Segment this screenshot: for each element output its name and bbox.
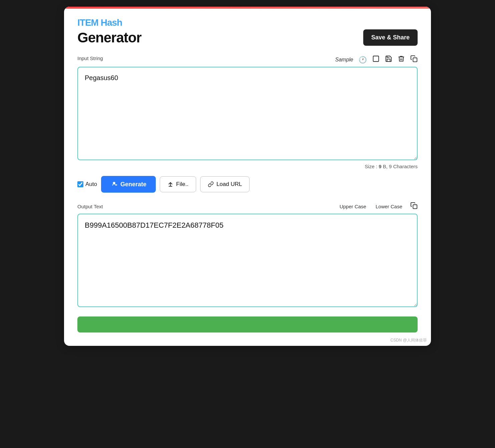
output-label: Output Text — [77, 204, 103, 209]
load-url-label: Load URL — [216, 181, 242, 188]
svg-rect-6 — [413, 205, 417, 209]
main-card: ITEM Hash Generator Save & Share Input S… — [64, 7, 431, 346]
file-label: File.. — [176, 181, 188, 188]
auto-checkbox[interactable] — [77, 181, 83, 187]
upper-case-button[interactable]: Upper Case — [338, 203, 368, 210]
controls-row: Auto Generate File.. Load URL — [77, 176, 418, 193]
generate-label: Generate — [120, 181, 146, 188]
output-textarea[interactable] — [77, 214, 418, 307]
app-name-hint: ITEM Hash — [77, 17, 418, 28]
watermark: CSDN @人间体佐菲 — [390, 338, 427, 343]
input-textarea[interactable] — [77, 67, 418, 160]
auto-label: Auto — [85, 181, 97, 188]
sample-label[interactable]: Sample — [335, 57, 353, 63]
bottom-bar — [77, 316, 418, 332]
input-label: Input String — [77, 55, 103, 61]
copy-input-icon[interactable] — [410, 55, 418, 64]
page-title: Generator — [77, 30, 141, 46]
input-toolbar-actions: Sample 🕐 — [335, 55, 418, 64]
header-row: Generator Save & Share — [77, 29, 418, 46]
svg-rect-0 — [373, 56, 379, 62]
svg-rect-1 — [413, 58, 417, 62]
output-header: Output Text Upper Case Lower Case — [77, 202, 418, 211]
output-actions: Upper Case Lower Case — [338, 202, 418, 211]
generate-button[interactable]: Generate — [101, 176, 156, 193]
delete-icon[interactable] — [398, 55, 405, 64]
save-share-button[interactable]: Save & Share — [363, 29, 418, 46]
save-icon[interactable] — [385, 55, 392, 64]
open-file-icon[interactable] — [372, 55, 380, 64]
top-accent-bar — [64, 7, 431, 9]
load-url-button[interactable]: Load URL — [200, 176, 250, 192]
size-bytes: 9 — [379, 164, 381, 169]
copy-output-icon[interactable] — [410, 202, 418, 211]
size-info: Size : 9 B, 9 Characters — [77, 164, 418, 169]
input-toolbar-row: Input String Sample 🕐 — [77, 55, 418, 64]
auto-checkbox-label[interactable]: Auto — [77, 181, 97, 188]
lower-case-button[interactable]: Lower Case — [374, 203, 404, 210]
history-icon[interactable]: 🕐 — [359, 56, 367, 64]
file-button[interactable]: File.. — [160, 176, 196, 192]
